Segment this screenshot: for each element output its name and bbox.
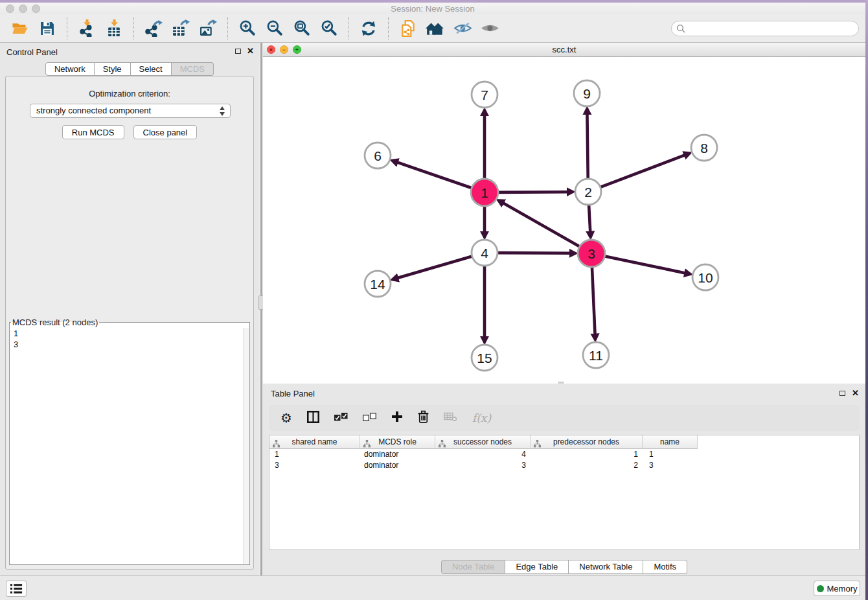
toolbar-separator [227, 17, 228, 40]
graph-node-label: 2 [584, 185, 592, 200]
status-bar: Memory [0, 575, 865, 600]
tab-select[interactable]: Select [131, 62, 172, 76]
table-row[interactable]: 3 dominator 3 2 3 [269, 460, 859, 471]
float-panel-icon[interactable] [235, 49, 241, 54]
memory-button[interactable]: Memory [814, 581, 860, 596]
graph-node-label: 6 [374, 148, 382, 163]
task-history-button[interactable] [6, 581, 27, 597]
column-header-name[interactable]: name [643, 435, 698, 449]
control-panel-tabs: Network Style Select MCDS [0, 62, 259, 76]
table-panel-title: Table Panel [271, 389, 315, 398]
table-row[interactable]: 1 dominator 4 1 1 [269, 449, 859, 460]
graph-node-label: 10 [698, 270, 713, 285]
list-icon [10, 583, 23, 594]
edge-2-9[interactable] [587, 114, 588, 180]
memory-label: Memory [827, 584, 858, 594]
open-file-button[interactable] [9, 17, 31, 40]
toolbar-separator [67, 17, 67, 40]
run-mcds-button[interactable]: Run MCDS [62, 125, 124, 139]
column-layout-icon[interactable] [307, 411, 319, 426]
cell-successor-nodes: 3 [435, 460, 531, 471]
tab-style[interactable]: Style [95, 62, 131, 76]
deselect-all-rows-icon[interactable] [363, 412, 376, 424]
refresh-view-button[interactable] [358, 17, 380, 40]
graph-node-label: 1 [481, 185, 488, 200]
toolbar-separator [348, 17, 349, 40]
edge-2-8[interactable] [599, 155, 685, 187]
graph-node-label: 8 [700, 141, 708, 156]
close-panel-button[interactable]: Close panel [133, 125, 198, 139]
save-session-button[interactable] [36, 17, 58, 40]
table-panel-tabs: Node Table Edge Table Network Table Moti… [263, 560, 865, 574]
tab-network-table[interactable]: Network Table [569, 560, 643, 574]
export-image-button[interactable] [197, 17, 219, 40]
import-table-button[interactable] [103, 17, 125, 40]
graph-node-label: 3 [588, 246, 595, 261]
tab-node-table[interactable]: Node Table [441, 560, 506, 574]
column-header-predecessor-nodes[interactable]: predecessor nodes [531, 435, 643, 449]
cell-name: 1 [643, 449, 698, 460]
graph-node-label: 14 [370, 277, 385, 292]
cell-predecessor-nodes: 1 [531, 449, 643, 460]
eye-slash-icon [453, 21, 472, 35]
select-all-rows-icon[interactable] [334, 412, 348, 424]
tab-mcds[interactable]: MCDS [172, 62, 214, 76]
mcds-panel: Optimization criterion: strongly connect… [5, 76, 254, 570]
hierarchy-icon [363, 439, 371, 452]
graph-node-label: 9 [583, 86, 591, 101]
select-stepper-icon [220, 106, 225, 117]
zoom-selected-icon [321, 19, 338, 37]
toolbar-separator [388, 17, 389, 40]
search-input[interactable] [671, 21, 859, 36]
hierarchy-icon [273, 439, 280, 452]
import-network-button[interactable] [76, 17, 98, 40]
column-header-successor-nodes[interactable]: successor nodes [435, 435, 531, 449]
add-column-icon[interactable] [391, 411, 403, 425]
network-window-titlebar: × − + scc.txt [263, 43, 865, 57]
app-titlebar: Session: New Session [0, 3, 865, 14]
export-table-icon [172, 19, 190, 37]
hierarchy-icon [534, 439, 541, 452]
control-panel: Control Panel ✕ Network Style Select MCD… [0, 43, 259, 575]
function-builder-icon: f(x) [472, 411, 491, 424]
zoom-out-button[interactable] [264, 17, 286, 40]
column-header-mcds-role[interactable]: MCDS role [360, 435, 435, 449]
result-scrollbar[interactable] [243, 328, 249, 564]
edge-3-11[interactable] [592, 266, 595, 334]
hide-selected-button[interactable] [451, 17, 474, 40]
zoom-selected-button[interactable] [318, 17, 340, 40]
zoom-in-button[interactable] [236, 17, 258, 40]
network-canvas[interactable]: 7968124314101511 [263, 57, 865, 384]
close-panel-icon[interactable]: ✕ [247, 47, 254, 55]
export-network-button[interactable] [143, 17, 165, 40]
network-graph: 7968124314101511 [263, 57, 865, 384]
edge-1-2[interactable] [497, 192, 567, 192]
mcds-result-line: 3 [14, 339, 249, 350]
edge-1-6[interactable] [397, 162, 473, 188]
tab-edge-table[interactable]: Edge Table [505, 560, 569, 574]
edge-3-10[interactable] [604, 256, 685, 273]
export-table-button[interactable] [170, 17, 192, 40]
tab-motifs[interactable]: Motifs [643, 560, 687, 574]
tab-network[interactable]: Network [45, 62, 95, 76]
float-table-panel-icon[interactable] [839, 391, 845, 396]
zoom-fit-button[interactable] [291, 17, 313, 40]
edge-4-14[interactable] [398, 256, 474, 278]
edge-4-3[interactable] [496, 253, 570, 253]
delete-table-icon [444, 412, 457, 424]
edge-3-1[interactable] [503, 203, 581, 247]
cell-predecessor-nodes: 2 [531, 460, 643, 471]
edge-2-3[interactable] [589, 203, 590, 232]
cell-shared-name: 3 [269, 460, 360, 471]
table-settings-icon[interactable]: ⚙ [280, 411, 292, 424]
desktop-edge-top [0, 0, 868, 3]
show-selected-button[interactable] [479, 17, 501, 40]
criterion-select[interactable]: strongly connected component [30, 104, 231, 118]
delete-column-icon[interactable] [418, 410, 429, 426]
desktop-edge-right [865, 0, 868, 600]
duplicate-network-button[interactable] [397, 17, 419, 40]
show-all-networks-button[interactable] [424, 17, 446, 40]
close-table-panel-icon[interactable]: ✕ [852, 389, 859, 397]
column-header-shared-name[interactable]: shared name [269, 435, 360, 449]
graph-node-label: 7 [481, 87, 488, 102]
